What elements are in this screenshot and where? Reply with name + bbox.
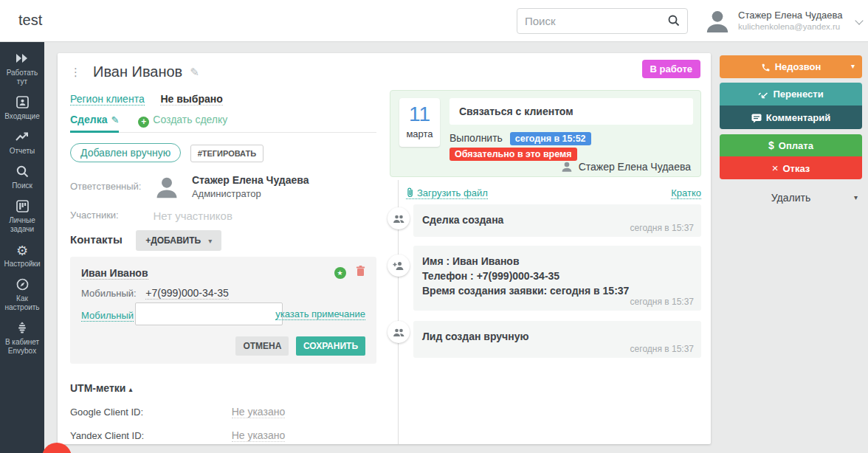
contact-phone-row: Мобильный: +7(999)000-34-35 [81, 287, 229, 299]
phone-value[interactable]: +7(999)000-34-35 [145, 287, 228, 300]
task-strict-badge[interactable]: Обязательно в это время [450, 148, 577, 161]
tab-deal[interactable]: Сделка✎ [70, 114, 119, 133]
edit-deal-icon[interactable]: ✎ [111, 114, 119, 125]
assignee-avatar [560, 160, 574, 173]
tab-create-deal[interactable]: +Создать сделку [138, 114, 227, 128]
delete-button[interactable]: Удалить▾ [720, 187, 862, 209]
deal-tabs: Сделка✎ +Создать сделку [70, 114, 376, 133]
sidebar-item-personal-tasks[interactable]: Личные задачи [0, 200, 44, 234]
edit-title-icon[interactable]: ✎ [190, 66, 199, 79]
upload-file-link[interactable]: Загрузить файл [406, 187, 488, 199]
utm-row-google: Google Client ID: Не указано [70, 406, 376, 418]
participants-label: Участники: [70, 210, 150, 221]
timeline-event: Имя : Иван Иванов Телефон : +7(999)000-3… [413, 246, 701, 311]
sidebar-item-inbox[interactable]: Входящие [0, 96, 44, 121]
inbox-badge-icon [0, 96, 44, 111]
help-fab-button[interactable] [42, 443, 72, 453]
sidebar: Работать тут Входящие Отчеты Поиск Личны… [0, 42, 44, 453]
utm-block: UTM-метки▴ Google Client ID: Не указано … [70, 382, 376, 441]
utm-value[interactable]: Не указано [232, 406, 286, 418]
user-avatar [703, 7, 732, 39]
search-box[interactable] [517, 8, 688, 34]
plus-icon: + [138, 117, 149, 128]
task-card: 11 марта Связаться с клиентом Выполнить … [390, 90, 701, 177]
no-answer-button[interactable]: Недозвон▾ [720, 55, 862, 78]
responsible-name[interactable]: Стажер Елена Чудаева [192, 173, 309, 187]
tag-add-button[interactable]: #ТЕГИРОВАТЬ [190, 145, 264, 162]
postpone-button[interactable]: Перенести [720, 83, 862, 106]
contact-edit-row: Мобильный указать примечание [81, 308, 365, 322]
search-input[interactable] [525, 9, 665, 33]
region-label-link[interactable]: Регион клиента [70, 93, 145, 106]
participants-value[interactable]: Нет участников [153, 210, 232, 222]
user-name: Стажер Елена Чудаева [738, 10, 842, 21]
event-time: сегодня в 15:37 [630, 297, 694, 307]
brief-toggle-link[interactable]: Кратко [671, 187, 701, 199]
lead-card: ⋮ Иван Иванов ✎ В работе Регион клиента … [58, 53, 711, 444]
timeline-event: Лид создан вручную сегодня в 15:37 [413, 321, 701, 358]
sidebar-item-how-to-setup[interactable]: Как настроить [0, 278, 44, 312]
sidebar-item-envybox-cabinet[interactable]: В кабинет Envybox [0, 322, 44, 356]
gear-icon: ⚙ [0, 243, 44, 258]
search-icon[interactable] [668, 15, 680, 30]
comment-icon [751, 114, 762, 123]
region-value[interactable]: Не выбрано [160, 93, 222, 106]
refuse-button[interactable]: ×Отказ [720, 156, 862, 179]
payment-button[interactable]: $Оплата [720, 134, 862, 156]
contact-name[interactable]: Иван Иванов [81, 267, 148, 280]
trending-up-icon [0, 131, 44, 145]
person-add-icon [388, 255, 410, 277]
dollar-icon: $ [768, 139, 774, 151]
utm-label: Yandex Client ID: [70, 430, 229, 441]
event-time: сегодня в 15:37 [630, 223, 694, 233]
group-icon [388, 321, 410, 343]
timeline-header: Загрузить файл Кратко [406, 187, 701, 198]
utm-toggle[interactable]: UTM-метки▴ [70, 382, 376, 394]
search-icon [0, 165, 44, 180]
task-assignee: Стажер Елена Чудаева [560, 160, 691, 173]
task-due-badge[interactable]: сегодня в 15:52 [510, 132, 591, 145]
add-contact-button[interactable]: +ДОБАВИТЬ▾ [136, 230, 221, 251]
comment-button[interactable]: Комментарий [720, 106, 862, 129]
group-icon [388, 207, 410, 229]
kebab-menu-icon[interactable]: ⋮ [70, 66, 81, 79]
make-primary-star-icon[interactable]: ★ [334, 267, 346, 279]
close-icon: × [772, 162, 779, 174]
delete-contact-icon[interactable] [356, 266, 365, 280]
paperclip-icon [406, 187, 414, 198]
utm-row-yandex: Yandex Client ID: Не указано [70, 429, 376, 441]
sidebar-item-work-here[interactable]: Работать тут [0, 52, 44, 86]
responsible-avatar [153, 173, 181, 204]
timeline-event: Сделка создана сегодня в 15:37 [413, 204, 701, 237]
save-button[interactable]: СОХРАНИТЬ [296, 336, 365, 356]
caret-down-icon: ▾ [851, 62, 855, 70]
sidebar-item-search[interactable]: Поиск [0, 165, 44, 190]
event-time: сегодня в 15:37 [630, 344, 694, 354]
sidebar-item-reports[interactable]: Отчеты [0, 131, 44, 156]
region-row: Регион клиента Не выбрано [70, 93, 223, 105]
new-phone-input[interactable] [135, 302, 283, 325]
user-menu[interactable]: Стажер Елена Чудаева kulichenkolena@yand… [700, 6, 862, 37]
phone-type-link[interactable]: Мобильный [81, 310, 134, 322]
envybox-icon [0, 322, 44, 336]
utm-value[interactable]: Не указано [232, 429, 286, 442]
responsible-label: Ответственный: [70, 173, 150, 192]
chevron-down-icon[interactable] [855, 16, 863, 24]
participants-row: Участники: Нет участников [70, 210, 232, 223]
add-note-link[interactable]: указать примечание [275, 308, 365, 320]
sidebar-item-settings[interactable]: ⚙ Настройки [0, 243, 44, 269]
app-logo: test [18, 12, 42, 29]
tag-added-manually[interactable]: Добавлен вручную [70, 143, 181, 162]
task-title-field[interactable]: Связаться с клиентом [450, 98, 693, 125]
caret-down-icon: ▾ [854, 193, 858, 201]
lead-header: ⋮ Иван Иванов ✎ [70, 63, 199, 80]
kanban-icon [0, 200, 44, 215]
task-do-label: Выполнить [450, 132, 503, 144]
contact-card: Иван Иванов ★ Мобильный: +7(999)000-34-3… [70, 257, 376, 364]
cancel-button[interactable]: ОТМЕНА [235, 336, 289, 356]
top-bar: test Стажер Елена Чудаева kulichenkolena… [0, 0, 868, 42]
phone-label: Мобильный: [81, 288, 137, 299]
status-badge[interactable]: В работе [642, 60, 700, 78]
responsible-role: Администратор [192, 187, 309, 200]
task-day: 11 [399, 100, 440, 128]
